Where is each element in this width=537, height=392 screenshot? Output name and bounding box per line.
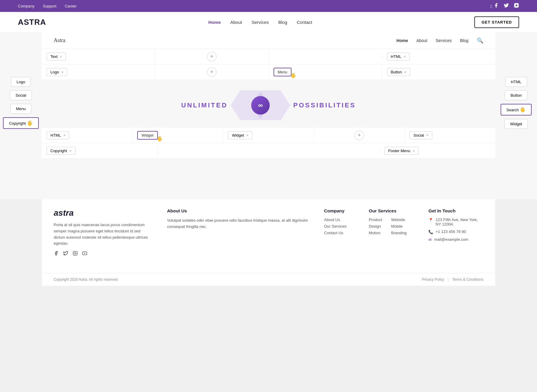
footer-cell-plus: + — [314, 128, 405, 143]
footer-builder-row-1: HTML × Widget 🖐 Widget × + — [42, 128, 495, 143]
top-bar-career[interactable]: Career — [65, 4, 77, 8]
menu-tag[interactable]: Menu 🖐 — [274, 68, 292, 76]
sidebar-logo-tag[interactable]: Logo — [11, 77, 31, 87]
footer-social-tag[interactable]: Social × — [410, 131, 432, 139]
builder-cell-text: Text × — [42, 50, 155, 63]
footer-cols: About Us Volutpat sodales odio vitae pos… — [167, 208, 483, 257]
nav-blog[interactable]: Blog — [278, 20, 287, 25]
get-started-button[interactable]: GET STARTED — [474, 16, 519, 28]
footer-contact-address: 📍 123 Fifth Ave, New York, NY 12004. — [428, 217, 483, 226]
footer-cell-copyright: Copyright × — [42, 144, 158, 157]
inner-nav: Astra Home About Services Blog 🔍 — [42, 32, 495, 49]
logo-tag[interactable]: Logo × — [47, 68, 67, 76]
cursor-hand-icon: 🖐 — [27, 121, 33, 126]
footer-cell-social: Social × — [405, 129, 495, 142]
sidebar-social-tag[interactable]: Social — [10, 90, 32, 100]
footer-company-services[interactable]: Our Services — [324, 224, 357, 229]
twitter-icon[interactable] — [504, 3, 509, 9]
footer-links-separator: | — [448, 277, 449, 282]
instagram-icon[interactable] — [514, 3, 519, 9]
builder-row-1: Text × + HTML × — [42, 49, 495, 64]
footer-instagram-icon[interactable] — [73, 251, 78, 257]
footer-preview: astra Porta at sit quis maecenas lacus p… — [42, 199, 495, 273]
search-icon[interactable]: 🔍 — [477, 37, 483, 44]
footer-col-about-text: Volutpat sodales odio vitae posuere odio… — [167, 217, 312, 230]
privacy-policy-link[interactable]: Privacy Policy — [422, 277, 444, 282]
main-nav: ASTRA Home About Services Blog Contact G… — [0, 12, 537, 32]
sidebar-widget-tag[interactable]: Widget — [504, 119, 528, 129]
footer-company-about[interactable]: About Us — [324, 217, 357, 222]
nav-contact[interactable]: Contact — [297, 20, 312, 25]
footer-youtube-icon[interactable] — [82, 251, 87, 257]
footer-desc: Porta at sit quis maecenas lacus purus c… — [54, 222, 149, 247]
add-item-button-1[interactable]: + — [207, 52, 217, 61]
footer-service-design[interactable]: Design — [369, 224, 382, 229]
footer-menu-tag[interactable]: Footer Menu × — [385, 147, 419, 155]
top-bar-company[interactable]: Company — [18, 4, 35, 8]
footer-col-contact-heading: Get In Touch — [428, 208, 483, 213]
top-bar-support[interactable]: Support — [43, 4, 57, 8]
inner-nav-about[interactable]: About — [416, 38, 428, 43]
footer-cell-html: HTML × — [42, 129, 132, 142]
footer-social-tag-close[interactable]: × — [426, 133, 428, 138]
inner-nav-blog[interactable]: Blog — [460, 38, 468, 43]
sidebar-search-tag[interactable]: Search 🖐 — [501, 104, 532, 115]
sidebar-menu-tag[interactable]: Menu — [10, 104, 32, 114]
footer-service-mobile[interactable]: Mobile — [391, 224, 407, 229]
footer-service-motion[interactable]: Motion — [369, 231, 382, 235]
nav-services[interactable]: Services — [251, 20, 269, 25]
html-tag-close[interactable]: × — [404, 55, 406, 59]
builder-section-header: Text × + HTML × Logo × — [42, 49, 495, 80]
hero-banner: UNLIMITED ∞ POSSIBILITIES — [42, 80, 495, 128]
sidebar-html-tag[interactable]: HTML — [505, 77, 527, 87]
footer-top: astra Porta at sit quis maecenas lacus p… — [54, 208, 483, 257]
footer-facebook-icon[interactable] — [54, 251, 58, 257]
builder-section-footer: HTML × Widget 🖐 Widget × + — [42, 128, 495, 159]
text-tag-close[interactable]: × — [60, 55, 62, 59]
add-footer-item-button[interactable]: + — [354, 131, 364, 140]
footer-widget-tag-1[interactable]: Widget 🖐 — [137, 131, 158, 140]
inner-nav-home[interactable]: Home — [396, 38, 408, 43]
sidebar-button-tag[interactable]: Button — [505, 90, 527, 100]
footer-service-product[interactable]: Product — [369, 217, 382, 222]
footer-widget-tag-2-close[interactable]: × — [246, 133, 249, 138]
nav-about[interactable]: About — [230, 20, 242, 25]
footer-company-contact[interactable]: Contact Us — [324, 231, 357, 235]
add-item-button-2[interactable]: + — [207, 67, 217, 77]
footer-twitter-icon[interactable] — [63, 251, 68, 257]
logo-tag-close[interactable]: × — [61, 70, 64, 74]
footer-cell-widget-1: Widget 🖐 — [132, 129, 223, 142]
sidebar-copyright-tag[interactable]: Copyright 🖐 — [3, 117, 38, 129]
footer-services-right: Website Mobile Branding — [391, 217, 407, 237]
button-tag-close[interactable]: × — [404, 70, 406, 74]
footer-html-tag[interactable]: HTML × — [47, 131, 69, 139]
footer-menu-tag-close[interactable]: × — [413, 149, 415, 153]
builder-row-2: Logo × + Menu 🖐 Button × — [42, 64, 495, 80]
builder-cell-logo: Logo × — [42, 66, 155, 78]
footer-cell-empty — [158, 149, 380, 153]
svg-rect-2 — [73, 251, 77, 255]
inner-nav-services[interactable]: Services — [436, 38, 452, 43]
html-tag-1[interactable]: HTML × — [387, 53, 410, 61]
footer-widget-tag-2[interactable]: Widget × — [228, 131, 252, 139]
footer-bottom: Copyright 2020 Astra. All rights reserve… — [42, 273, 495, 286]
main-nav-links: Home About Services Blog Contact — [208, 20, 312, 25]
footer-col-company: Company About Us Our Services Contact Us — [324, 208, 357, 257]
footer-html-tag-close[interactable]: × — [63, 133, 65, 138]
footer-copyright-tag-close[interactable]: × — [70, 149, 72, 153]
text-tag[interactable]: Text × — [47, 53, 66, 61]
builder-cell-plus-1: + — [155, 50, 268, 64]
nav-home[interactable]: Home — [208, 20, 221, 25]
footer-col-about-heading: About Us — [167, 208, 312, 213]
footer-service-branding[interactable]: Branding — [391, 231, 407, 235]
terms-conditions-link[interactable]: Terms & Conditions — [452, 277, 483, 282]
facebook-icon[interactable]:  — [490, 3, 499, 9]
footer-cell-widget-2: Widget × — [223, 129, 314, 142]
footer-email-text: mail@example.com — [434, 237, 468, 242]
button-tag[interactable]: Button × — [387, 68, 411, 76]
footer-service-website[interactable]: Website — [391, 217, 407, 222]
footer-social-icons — [54, 251, 149, 257]
main-nav-logo: ASTRA — [18, 18, 46, 27]
hero-text-unlimited: UNLIMITED — [181, 101, 231, 109]
footer-copyright-tag[interactable]: Copyright × — [47, 147, 75, 155]
